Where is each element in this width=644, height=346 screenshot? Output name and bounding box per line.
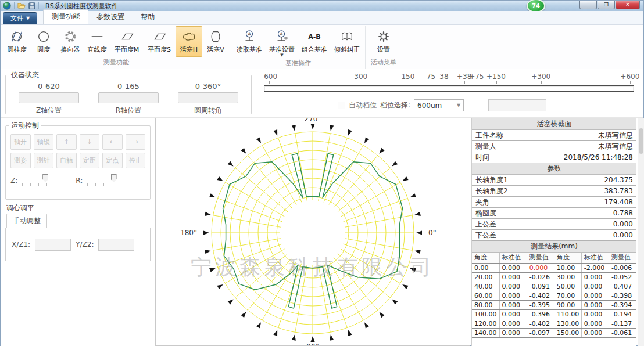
datum-settings-button[interactable]: A 基准设置 ▼ <box>266 26 298 57</box>
ruler-tick-mark <box>541 81 542 84</box>
y-z2-field[interactable] <box>98 239 134 251</box>
results-cell: 0.000 <box>581 282 609 291</box>
stylus-button[interactable]: 测针 <box>34 153 54 168</box>
axis-lock-button[interactable]: 轴锁 <box>34 134 54 150</box>
rotation-range: 0-360° <box>195 82 221 91</box>
r-axis-position-field[interactable] <box>98 92 159 103</box>
results-row: 120.000.000-0.402130.000.000-0.137 <box>472 319 636 328</box>
angle-marker-arrow <box>292 125 296 131</box>
ruler-tick-mark <box>496 81 497 84</box>
axis-open-button[interactable]: 轴开 <box>10 134 31 150</box>
angle-label: 180° <box>180 229 197 237</box>
z-slider-label: Z: <box>10 176 17 185</box>
rotation-angle-field[interactable] <box>178 92 238 103</box>
manual-adjust-tab[interactable]: 手动调整 <box>6 214 47 228</box>
angle-marker-arrow <box>379 312 384 318</box>
commutator-button[interactable]: 换向器 <box>57 26 84 57</box>
row-label: 长轴角度1 <box>475 175 508 185</box>
gear-select-label: 档位选择: <box>380 100 410 110</box>
minimize-button[interactable]: — <box>579 1 597 9</box>
save-icon[interactable] <box>28 2 35 9</box>
results-cell: 110.00 <box>554 309 581 319</box>
grid-spoke <box>213 215 281 227</box>
grid-spoke <box>341 182 400 217</box>
close-button[interactable]: ✕ <box>616 1 640 9</box>
r-speed-slider[interactable] <box>86 174 137 187</box>
title-bar: RS系列圆柱度仪测量软件 74 — ❐ ✕ <box>1 1 643 11</box>
gear-select-dropdown[interactable]: 600um ▼ <box>414 99 464 111</box>
vertical-scrollbar[interactable] <box>638 118 644 346</box>
angle-marker-arrow <box>379 148 384 154</box>
read-datum-button[interactable]: A 读取基准 <box>233 26 266 57</box>
tab-measure-functions[interactable]: 测量功能 <box>43 9 88 24</box>
auto-gear-label: 自动档位 <box>349 100 377 110</box>
open-folder-icon[interactable] <box>17 2 26 9</box>
results-cell: 0.000 <box>499 309 527 319</box>
angle-marker-arrow <box>228 161 234 166</box>
ribbon-group-label: 基准操作 <box>233 57 363 69</box>
scrollbar-thumb[interactable] <box>639 128 643 154</box>
move-up-button[interactable]: ↑ <box>56 134 77 150</box>
grid-spoke <box>235 254 288 298</box>
ribbon-group-datum: A 读取基准 A 基准设置 ▼ <box>231 26 366 69</box>
app-logo-icon[interactable] <box>3 2 11 10</box>
maximize-button[interactable]: ❐ <box>598 1 615 9</box>
chevron-down-icon: ▼ <box>457 103 460 108</box>
flatness-m-icon <box>119 29 134 44</box>
results-cell: 0.000 <box>527 263 554 272</box>
x-z1-field[interactable] <box>35 239 71 251</box>
cylindricity-icon <box>9 29 24 44</box>
ruler-tick-mark <box>360 81 360 84</box>
combined-datum-button[interactable]: A-B 组合基准 <box>298 26 331 57</box>
roundness-button[interactable]: 圆度 <box>30 26 57 57</box>
ruler-tick-label: -75 <box>424 73 436 81</box>
measure-pose-button[interactable]: 测姿 <box>10 153 31 168</box>
grid-spoke <box>217 198 282 221</box>
flatness-m-button[interactable]: 平面度M <box>110 26 143 57</box>
move-right-button[interactable]: → <box>126 134 146 150</box>
results-row: 20.000.000-0.02630.000.000-0.052 <box>472 272 636 282</box>
gear-value-field[interactable] <box>488 99 546 111</box>
centering-leveling-group: 调心调平 手动调整 X/Z1: Y/Z2: <box>5 202 151 248</box>
tilt-correction-button[interactable]: 倾斜纠正 <box>331 26 363 57</box>
piston-h-button[interactable]: 活塞H <box>176 26 202 57</box>
auto-gear-checkbox[interactable] <box>338 102 345 109</box>
panel-title: 活塞横截面 <box>472 118 636 130</box>
cylindricity-button[interactable]: 圆柱度 <box>3 26 30 57</box>
results-cell: 140.00 <box>472 328 499 337</box>
ribbon-group-measure: 圆柱度 圆度 换向器 <box>2 26 231 69</box>
row-label: 椭圆度 <box>475 208 496 218</box>
info-row: 测量人未填写信息 <box>472 141 636 152</box>
angle-marker-arrow <box>209 268 216 272</box>
tab-help[interactable]: 帮助 <box>133 10 163 24</box>
auto-touch-button[interactable]: 自触 <box>56 153 77 168</box>
param-row: 下公差0.000 <box>472 230 636 241</box>
results-cell: 150.00 <box>554 328 581 337</box>
move-left-button[interactable]: ← <box>102 134 123 150</box>
param-row: 夹角179.408 <box>472 197 636 208</box>
angle-marker-arrow <box>414 212 420 216</box>
angle-marker-arrow <box>217 176 223 181</box>
stop-button[interactable]: 停止 <box>126 153 146 168</box>
piston-v-button[interactable]: 活塞V <box>202 26 229 57</box>
results-cell: 0.000 <box>499 272 527 282</box>
z-axis-position-field[interactable] <box>19 92 79 103</box>
flatness-s-button[interactable]: 平面度S <box>143 26 176 57</box>
results-cell: -0.394 <box>609 300 636 309</box>
tab-parameter-settings[interactable]: 参数设置 <box>88 10 133 24</box>
angle-marker-arrow <box>416 230 422 235</box>
param-row: 上公差0.000 <box>472 219 636 230</box>
z-speed-slider[interactable] <box>21 174 72 187</box>
move-down-button[interactable]: ↓ <box>80 134 100 150</box>
grid-spoke <box>329 145 363 204</box>
file-menu-button[interactable]: 文件▼ <box>3 12 37 24</box>
fixed-distance-button[interactable]: 定距 <box>80 153 100 168</box>
settings-button[interactable]: 设置 <box>367 26 400 57</box>
row-value: 未填写信息 <box>598 142 633 152</box>
ruler-tick-mark <box>630 81 631 84</box>
results-cell: -2.000 <box>581 263 609 272</box>
results-cell: 0.000 <box>581 309 609 319</box>
fixed-point-button[interactable]: 定点 <box>102 153 123 168</box>
straightness-button[interactable]: 直线度 <box>84 26 110 57</box>
app-window: RS系列圆柱度仪测量软件 74 — ❐ ✕ 文件▼ 测量功能 参数设置 帮助 <box>0 0 644 346</box>
